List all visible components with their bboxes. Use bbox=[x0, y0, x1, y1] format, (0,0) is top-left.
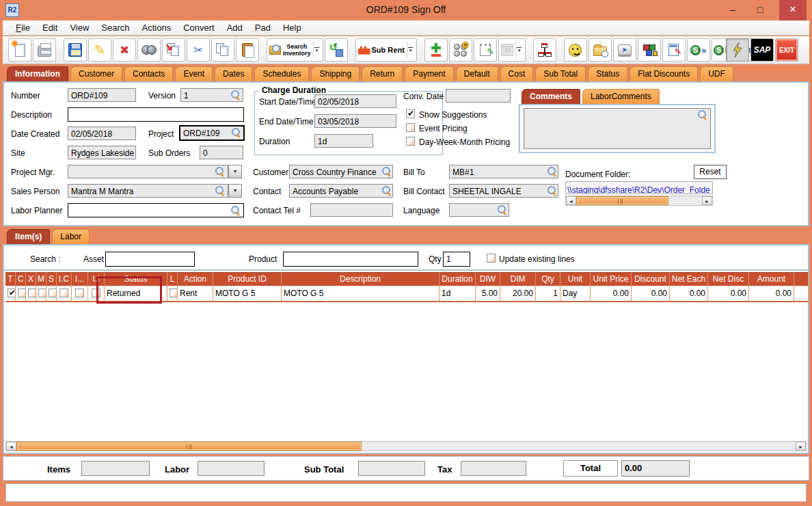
column-header-duration[interactable]: Duration bbox=[439, 272, 476, 286]
total-field[interactable]: 0.00 bbox=[621, 460, 690, 477]
convert-button[interactable]: ↺ bbox=[325, 38, 348, 62]
language-search-icon[interactable] bbox=[498, 205, 507, 215]
row-cell-m[interactable] bbox=[36, 286, 46, 302]
asset-input[interactable] bbox=[105, 252, 195, 267]
tab-information[interactable]: Information bbox=[7, 66, 68, 81]
show-suggestions-checkbox[interactable] bbox=[406, 109, 415, 118]
doc-scroll-thumb[interactable] bbox=[576, 196, 668, 205]
row-checkbox-i-c[interactable] bbox=[59, 289, 68, 297]
copy-button[interactable] bbox=[211, 38, 234, 62]
column-header-l[interactable]: L bbox=[167, 272, 178, 286]
search-inventory-button[interactable]: Search Inventory ▼ bbox=[267, 38, 323, 62]
inventory-cubes-button[interactable] bbox=[638, 38, 661, 62]
paste-button[interactable] bbox=[236, 38, 259, 62]
row-checkbox-l[interactable] bbox=[170, 289, 178, 297]
update-existing-lines-checkbox[interactable] bbox=[487, 254, 496, 263]
sub-rent-button[interactable]: Sub Rent ▼ bbox=[355, 38, 417, 62]
tab-customer[interactable]: Customer bbox=[70, 66, 122, 81]
transfer-button[interactable]: ➜ bbox=[162, 38, 185, 62]
menu-item-add[interactable]: Add bbox=[221, 21, 249, 34]
tab-sub-total[interactable]: Sub Total bbox=[535, 66, 586, 81]
tax-field[interactable] bbox=[461, 461, 526, 476]
event-pricing-checkbox[interactable] bbox=[406, 123, 415, 132]
row-cell-unit-price[interactable]: 0.00 bbox=[591, 286, 632, 302]
quick-action-button[interactable] bbox=[726, 38, 749, 62]
doc-scroll-right-icon[interactable]: ► bbox=[702, 196, 712, 205]
row-checkbox-x[interactable] bbox=[28, 289, 36, 297]
contact-search-icon[interactable] bbox=[382, 186, 392, 196]
row-cell-i-i[interactable] bbox=[88, 286, 105, 302]
subtotal-field[interactable] bbox=[358, 461, 425, 476]
column-header-unit-price[interactable]: Unit Price bbox=[591, 272, 632, 286]
row-cell-diw[interactable]: 5.00 bbox=[476, 286, 500, 302]
quantity-check-button[interactable]: ? bbox=[449, 38, 472, 62]
edit-note-button[interactable]: ✎ bbox=[662, 38, 686, 62]
grid-scroll-left-icon[interactable]: ◄ bbox=[6, 442, 16, 451]
row-cell-duration[interactable]: 1d bbox=[439, 286, 476, 302]
bill-to-field[interactable]: MB#1 bbox=[449, 165, 558, 178]
customer-field[interactable]: Cross Country Finance bbox=[289, 165, 393, 178]
row-cell-c[interactable] bbox=[16, 286, 26, 302]
labor-planner-field[interactable] bbox=[68, 203, 244, 217]
menu-item-view[interactable]: View bbox=[64, 21, 95, 34]
document-folder-button[interactable] bbox=[588, 38, 612, 62]
column-header-i-c[interactable]: I.C bbox=[57, 272, 72, 286]
customer-service-button[interactable] bbox=[564, 38, 587, 62]
sap-button[interactable]: SAP bbox=[750, 38, 774, 62]
column-header-qty[interactable]: Qty bbox=[536, 272, 560, 286]
menu-item-search[interactable]: Search bbox=[95, 21, 135, 34]
column-header-status[interactable]: Status bbox=[105, 272, 167, 286]
column-header-i-[interactable]: I... bbox=[72, 272, 88, 286]
column-header-dim[interactable]: DIM bbox=[500, 272, 536, 286]
column-header-x[interactable]: X bbox=[26, 272, 36, 286]
close-button[interactable]: ✕ bbox=[779, 0, 807, 21]
row-cell-l[interactable] bbox=[167, 286, 178, 302]
tab-status[interactable]: Status bbox=[588, 66, 627, 81]
org-chart-button[interactable] bbox=[533, 38, 556, 62]
column-header-diw[interactable]: DIW bbox=[476, 272, 500, 286]
product-input[interactable] bbox=[283, 252, 418, 267]
grid-scroll-thumb[interactable] bbox=[16, 442, 362, 451]
row-checkbox-c[interactable] bbox=[18, 289, 26, 297]
column-header-net-disc[interactable]: Net Disc bbox=[708, 272, 749, 286]
column-header-c[interactable]: C bbox=[16, 272, 26, 286]
reset-button[interactable]: Reset bbox=[694, 165, 727, 179]
project-mgr-search-icon[interactable] bbox=[215, 167, 225, 176]
column-header-unit[interactable]: Unit bbox=[560, 272, 591, 286]
row-cell-i-c[interactable] bbox=[57, 286, 72, 302]
menu-item-file[interactable]: File bbox=[10, 21, 36, 34]
contact-field[interactable]: Accounts Payable bbox=[289, 184, 393, 198]
add-remove-line-button[interactable] bbox=[424, 38, 448, 62]
bill-contact-field[interactable]: SHEETAL INGALE bbox=[449, 184, 558, 198]
grid-scroll-right-icon[interactable]: ► bbox=[796, 442, 806, 451]
labor-total-field[interactable] bbox=[198, 461, 265, 476]
row-cell-net-each[interactable]: 0.00 bbox=[670, 286, 708, 302]
date-created-field[interactable]: 02/05/2018 bbox=[68, 126, 136, 140]
edit-button[interactable]: ✎ bbox=[88, 38, 111, 62]
duration-field[interactable]: 1d bbox=[314, 134, 373, 148]
customer-search-icon[interactable] bbox=[382, 167, 392, 176]
document-folder-scrollbar[interactable]: ◄ ► bbox=[565, 196, 713, 206]
site-field[interactable]: Rydges Lakeside bbox=[68, 146, 136, 159]
row-checkbox-s[interactable] bbox=[49, 289, 57, 297]
row-cell-i-[interactable] bbox=[72, 286, 88, 302]
number-field[interactable]: ORD#109 bbox=[68, 88, 136, 102]
row-cell-amount[interactable]: 0.00 bbox=[749, 286, 794, 302]
menu-item-pad[interactable]: Pad bbox=[249, 21, 277, 34]
sub-rent-dropdown-icon[interactable]: ▼ bbox=[407, 41, 414, 59]
grid-hscrollbar[interactable]: ◄ ► bbox=[5, 441, 807, 451]
notes-pad-button[interactable]: ✎ bbox=[474, 38, 497, 62]
sales-person-field[interactable]: Mantra M Mantra bbox=[68, 184, 228, 198]
column-header-m[interactable]: M bbox=[36, 272, 46, 286]
tab-schedules[interactable]: Schedules bbox=[254, 66, 309, 81]
row-checkbox-i-[interactable] bbox=[75, 289, 84, 297]
row-cell-x[interactable] bbox=[26, 286, 36, 302]
row-cell-qty[interactable]: 1 bbox=[536, 286, 560, 302]
version-search-icon[interactable] bbox=[231, 90, 241, 100]
document-folder-link[interactable]: \\staging\dfsshare\R2\Dev\Order_Folde bbox=[567, 185, 710, 194]
tab-udf[interactable]: UDF bbox=[700, 66, 733, 81]
search-inventory-dropdown-icon[interactable]: ▼ bbox=[313, 41, 321, 59]
row-cell-product-id[interactable]: MOTO G 5 bbox=[213, 286, 282, 302]
qty-input[interactable]: 1 bbox=[443, 252, 470, 267]
menu-item-help[interactable]: Help bbox=[277, 21, 308, 34]
